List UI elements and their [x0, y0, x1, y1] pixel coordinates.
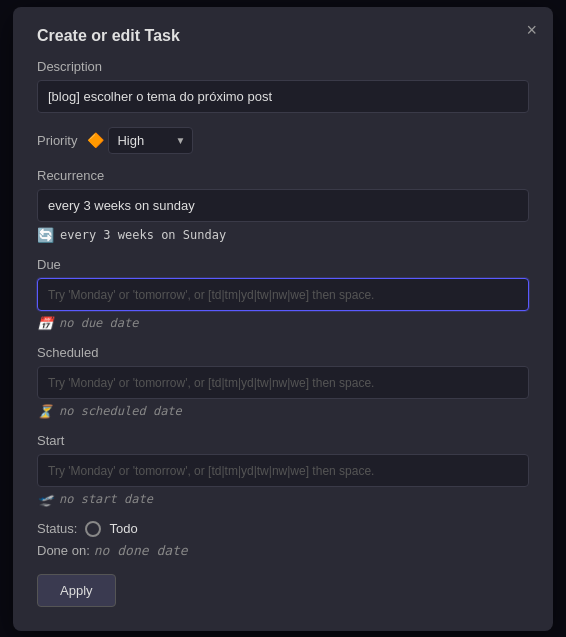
- scheduled-hint: ⏳ no scheduled date: [37, 404, 529, 419]
- priority-wrapper: 🔶 Low Medium High Urgent ▼: [87, 127, 193, 154]
- recurrence-section: Recurrence 🔄 every 3 weeks on Sunday: [37, 168, 529, 243]
- description-section: Description: [37, 59, 529, 113]
- priority-row: Priority 🔶 Low Medium High Urgent ▼: [37, 127, 529, 154]
- status-label: Status:: [37, 521, 77, 536]
- status-radio[interactable]: [85, 521, 101, 537]
- start-hint-text: no start date: [59, 492, 153, 506]
- status-value: Todo: [109, 521, 137, 536]
- start-section: Start 🛫 no start date: [37, 433, 529, 507]
- due-input[interactable]: [37, 278, 529, 311]
- scheduled-icon: ⏳: [37, 404, 53, 419]
- scheduled-label: Scheduled: [37, 345, 529, 360]
- recurrence-icon: 🔄: [37, 227, 54, 243]
- scheduled-input[interactable]: [37, 366, 529, 399]
- close-button[interactable]: ×: [526, 21, 537, 39]
- modal-title: Create or edit Task: [37, 27, 529, 45]
- priority-label: Priority: [37, 133, 77, 148]
- due-label: Due: [37, 257, 529, 272]
- start-label: Start: [37, 433, 529, 448]
- start-input[interactable]: [37, 454, 529, 487]
- description-input[interactable]: [37, 80, 529, 113]
- recurrence-input[interactable]: [37, 189, 529, 222]
- due-icon: 📅: [37, 316, 53, 331]
- start-icon: 🛫: [37, 492, 53, 507]
- recurrence-hint: 🔄 every 3 weeks on Sunday: [37, 227, 529, 243]
- status-row: Status: Todo: [37, 521, 529, 537]
- recurrence-hint-text: every 3 weeks on Sunday: [60, 228, 226, 242]
- due-hint-text: no due date: [59, 316, 138, 330]
- priority-select[interactable]: Low Medium High Urgent: [108, 127, 193, 154]
- start-hint: 🛫 no start date: [37, 492, 529, 507]
- apply-button[interactable]: Apply: [37, 574, 116, 607]
- recurrence-label: Recurrence: [37, 168, 529, 183]
- due-hint: 📅 no due date: [37, 316, 529, 331]
- due-section: Due 📅 no due date: [37, 257, 529, 331]
- scheduled-section: Scheduled ⏳ no scheduled date: [37, 345, 529, 419]
- priority-icon: 🔶: [87, 132, 104, 148]
- create-edit-task-modal: × Create or edit Task Description Priori…: [13, 7, 553, 631]
- description-label: Description: [37, 59, 529, 74]
- done-on-label: Done on:: [37, 543, 90, 558]
- done-on-value: no done date: [94, 543, 188, 558]
- scheduled-hint-text: no scheduled date: [59, 404, 182, 418]
- done-on-row: Done on: no done date: [37, 543, 529, 558]
